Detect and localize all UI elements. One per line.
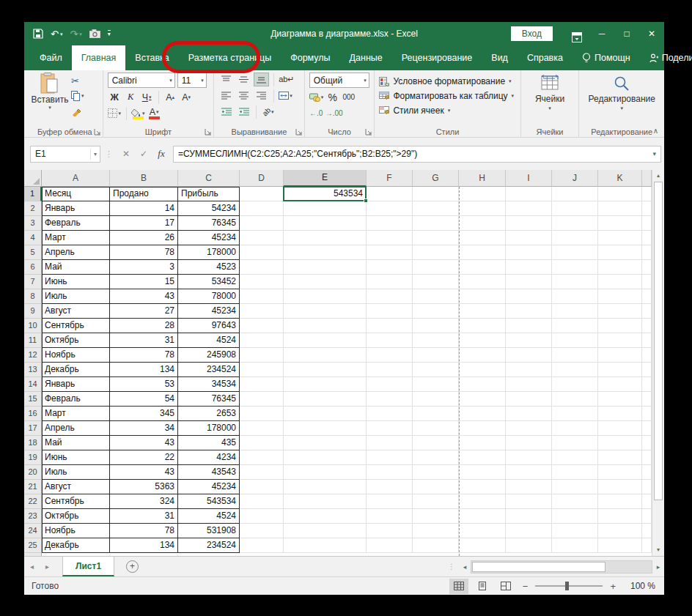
cell-G14[interactable] <box>413 377 459 392</box>
cell-K19[interactable] <box>598 450 642 465</box>
cell-E9[interactable] <box>284 304 367 319</box>
cell-H22[interactable] <box>459 494 506 509</box>
new-sheet-button[interactable]: + <box>126 560 139 573</box>
editing-button[interactable]: Редактирование ▾ <box>584 73 660 111</box>
cell-I12[interactable] <box>506 348 552 363</box>
formula-input[interactable]: =СУММЕСЛИМН(C2:C25;A2:A25;"Сентябрь";B2:… <box>173 146 661 163</box>
cell-D9[interactable] <box>240 304 284 319</box>
cell-F9[interactable] <box>367 304 413 319</box>
tab-assistant[interactable]: Помощн <box>573 45 640 70</box>
alignment-dialog-launcher-icon[interactable] <box>295 128 303 136</box>
cell-A3[interactable]: Февраль <box>42 216 110 231</box>
row-header-5[interactable]: 5 <box>24 245 42 260</box>
cell-A22[interactable]: Сентябрь <box>42 494 110 509</box>
cell-I20[interactable] <box>506 465 552 480</box>
row-header-7[interactable]: 7 <box>24 275 42 289</box>
cell-G15[interactable] <box>413 392 459 407</box>
name-box[interactable]: E1 ▾ <box>30 146 100 163</box>
cell-C14[interactable]: 34534 <box>178 377 240 392</box>
cell-E5[interactable] <box>284 245 367 260</box>
cell-I2[interactable] <box>506 201 552 216</box>
cell-A7[interactable]: Июнь <box>42 275 110 289</box>
cell-C11[interactable]: 4524 <box>178 333 240 348</box>
number-format-combo[interactable]: Общий▾ <box>309 73 369 88</box>
borders-button[interactable]: ▾ <box>108 106 122 120</box>
cell-E24[interactable] <box>284 524 367 538</box>
font-color-button[interactable]: А ▾ <box>147 106 161 120</box>
cell-J11[interactable] <box>552 333 598 348</box>
cell-H18[interactable] <box>459 436 506 450</box>
cell-I23[interactable] <box>506 509 552 524</box>
cell-B1[interactable]: Продано <box>110 187 178 201</box>
cell-G9[interactable] <box>413 304 459 319</box>
cell-I16[interactable] <box>506 407 552 421</box>
cell-D10[interactable] <box>240 319 284 333</box>
format-as-table-button[interactable]: Форматировать как таблицу▾ <box>379 89 515 103</box>
cell-F15[interactable] <box>367 392 413 407</box>
cell-A17[interactable]: Апрель <box>42 421 110 436</box>
zoom-level[interactable]: 100 % <box>623 581 655 591</box>
row-header-15[interactable]: 15 <box>24 392 42 407</box>
number-dialog-launcher-icon[interactable] <box>365 128 372 136</box>
cancel-entry-icon[interactable]: ✕ <box>117 149 135 159</box>
cell-B6[interactable]: 3 <box>110 260 178 275</box>
cell-B14[interactable]: 53 <box>110 377 178 392</box>
increase-decimal-button[interactable]: ←.0 <box>309 106 323 120</box>
tab-view[interactable]: Вид <box>482 45 518 70</box>
cell-J17[interactable] <box>552 421 598 436</box>
cell-G1[interactable] <box>413 187 459 201</box>
cell-K4[interactable] <box>598 231 642 245</box>
cell-C20[interactable]: 43543 <box>178 465 240 480</box>
format-painter-button[interactable] <box>71 105 84 118</box>
cell-I24[interactable] <box>506 524 552 538</box>
cell-C12[interactable]: 245908 <box>178 348 240 363</box>
cell-A10[interactable]: Сентябрь <box>42 319 110 333</box>
cell-J19[interactable] <box>552 450 598 465</box>
shrink-font-button[interactable]: A▾ <box>180 90 194 104</box>
cell-C13[interactable]: 234524 <box>178 363 240 377</box>
cell-C22[interactable]: 543534 <box>178 494 240 509</box>
cell-G7[interactable] <box>413 275 459 289</box>
cell-C2[interactable]: 54234 <box>178 201 240 216</box>
row-header-12[interactable]: 12 <box>24 348 42 363</box>
cell-B23[interactable]: 31 <box>110 509 178 524</box>
cell-G20[interactable] <box>413 465 459 480</box>
vertical-scrollbar[interactable]: ▴ ▾ <box>652 170 664 556</box>
cells-dropdown-icon[interactable]: ▾ <box>548 105 551 111</box>
cell-B10[interactable]: 28 <box>110 319 178 333</box>
cell-F6[interactable] <box>367 260 413 275</box>
cell-H3[interactable] <box>459 216 506 231</box>
cell-C18[interactable]: 435 <box>178 436 240 450</box>
row-header-17[interactable]: 17 <box>24 421 42 436</box>
cell-J15[interactable] <box>552 392 598 407</box>
minimize-button[interactable]: ─ <box>589 22 614 45</box>
cell-K23[interactable] <box>598 509 642 524</box>
horizontal-scrollbar[interactable]: ⋮ ◂ ▸ <box>444 557 664 576</box>
cell-B18[interactable]: 43 <box>110 436 178 450</box>
cell-C19[interactable]: 4234 <box>178 450 240 465</box>
cell-D22[interactable] <box>240 494 284 509</box>
cell-J9[interactable] <box>552 304 598 319</box>
cell-G23[interactable] <box>413 509 459 524</box>
borders-dropdown-icon[interactable]: ▾ <box>118 111 121 116</box>
scroll-up-icon[interactable]: ▴ <box>652 170 664 182</box>
cell-D23[interactable] <box>240 509 284 524</box>
cell-H13[interactable] <box>459 363 506 377</box>
cell-J16[interactable] <box>552 407 598 421</box>
zoom-out-button[interactable]: − <box>520 581 531 592</box>
cell-K10[interactable] <box>598 319 642 333</box>
formula-bar-splitter[interactable]: ⋮ <box>100 149 117 159</box>
cell-E14[interactable] <box>284 377 367 392</box>
align-left-button[interactable] <box>218 89 234 103</box>
row-header-20[interactable]: 20 <box>24 465 42 480</box>
cell-D6[interactable] <box>240 260 284 275</box>
cell-E7[interactable] <box>284 275 367 289</box>
cell-I22[interactable] <box>506 494 552 509</box>
cell-I14[interactable] <box>506 377 552 392</box>
cell-B7[interactable]: 15 <box>110 275 178 289</box>
cell-H16[interactable] <box>459 407 506 421</box>
cell-I11[interactable] <box>506 333 552 348</box>
cell-I1[interactable] <box>506 187 552 201</box>
row-header-1[interactable]: 1 <box>24 187 42 201</box>
clipboard-dialog-launcher-icon[interactable] <box>94 128 101 136</box>
